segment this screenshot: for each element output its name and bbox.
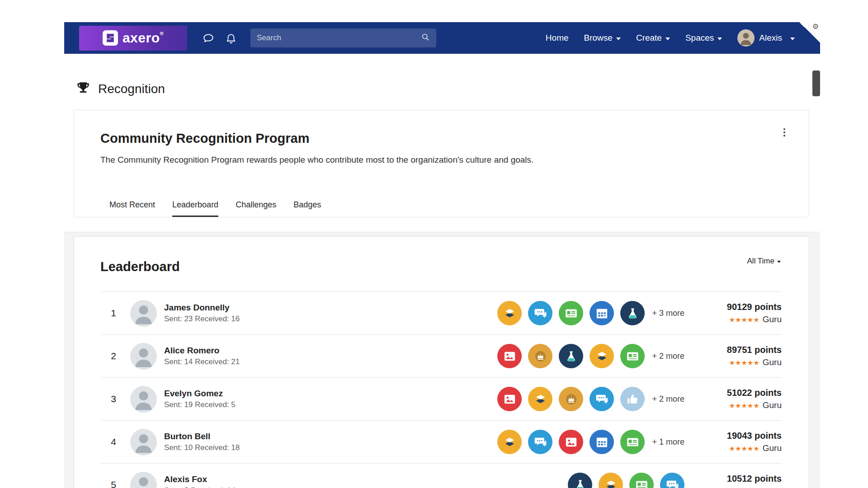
- idcard-badge-icon[interactable]: [620, 430, 645, 454]
- flask-badge-icon[interactable]: [559, 344, 583, 368]
- badge-list: [568, 473, 684, 488]
- picture-badge-icon[interactable]: [559, 430, 583, 454]
- member-stats: Sent: 23 Received: 16: [164, 314, 431, 324]
- member-avatar[interactable]: [130, 300, 157, 327]
- program-title: Community Recognition Program: [100, 130, 787, 146]
- badge-list: [497, 301, 645, 325]
- chat-badge-icon[interactable]: [528, 301, 552, 325]
- member-stats: Sent: 10 Received: 18: [164, 443, 431, 452]
- idcard-badge-icon[interactable]: [620, 344, 645, 368]
- member-avatar[interactable]: [130, 386, 157, 413]
- badge-list: [497, 344, 645, 368]
- member-avatar[interactable]: [130, 429, 157, 455]
- axero-logo[interactable]: axero®: [79, 26, 187, 51]
- thumb-badge-icon[interactable]: [620, 387, 645, 411]
- rank-number: 5: [100, 479, 127, 488]
- stars-icon: ★★★★★: [729, 359, 760, 366]
- rank-number: 1: [100, 308, 127, 319]
- layers-badge-icon[interactable]: [599, 473, 623, 488]
- badge-list: [497, 387, 645, 411]
- level-label: Guru: [763, 400, 782, 410]
- more-badges-label[interactable]: + 3 more: [652, 309, 684, 318]
- picture-badge-icon[interactable]: [497, 344, 522, 368]
- brand-text: axero®: [123, 31, 164, 45]
- member-stats: Sent: 19 Received: 5: [164, 400, 431, 409]
- gear-icon[interactable]: ⚙: [812, 22, 819, 31]
- trophy-icon: [76, 81, 90, 97]
- medal-badge-icon[interactable]: [559, 387, 583, 411]
- badge-list: [497, 430, 645, 454]
- stars-icon: ★★★★★: [729, 402, 760, 409]
- calendar-badge-icon[interactable]: [590, 301, 614, 325]
- chat-badge-icon[interactable]: [660, 473, 684, 488]
- top-navbar: axero® HomeBrowseCreateSpaces Alexis: [64, 22, 820, 54]
- tab-most-recent[interactable]: Most Recent: [109, 200, 155, 217]
- flask-badge-icon[interactable]: [568, 473, 592, 488]
- stars-icon: ★★★★★: [729, 316, 760, 323]
- chat-badge-icon[interactable]: [528, 430, 552, 454]
- idcard-badge-icon[interactable]: [629, 473, 654, 488]
- nav-item-create[interactable]: Create: [636, 33, 670, 43]
- nav-item-home[interactable]: Home: [546, 33, 569, 43]
- user-avatar: [737, 29, 755, 47]
- kebab-menu-icon[interactable]: [780, 127, 789, 137]
- chevron-down-icon: [717, 38, 722, 40]
- idcard-badge-icon[interactable]: [559, 301, 583, 325]
- member-name[interactable]: Alice Romero: [164, 346, 431, 356]
- time-filter-dropdown[interactable]: All Time: [747, 257, 781, 266]
- user-menu[interactable]: Alexis: [737, 29, 795, 47]
- bell-icon[interactable]: [225, 32, 237, 44]
- program-description: The Community Recognition Program reward…: [100, 154, 539, 166]
- chat-badge-icon[interactable]: [590, 387, 614, 411]
- magnifier-icon[interactable]: [421, 33, 430, 43]
- layers-badge-icon[interactable]: [497, 430, 522, 454]
- flask-badge-icon[interactable]: [620, 301, 645, 325]
- more-badges-label[interactable]: + 2 more: [652, 394, 684, 404]
- picture-badge-icon[interactable]: [497, 387, 522, 411]
- tab-leaderboard[interactable]: Leaderboard: [172, 200, 218, 217]
- nav-item-browse[interactable]: Browse: [584, 33, 621, 43]
- stars-icon: ★★★★★: [729, 445, 760, 452]
- chevron-down-icon: [616, 38, 621, 40]
- scrollbar-thumb[interactable]: [812, 70, 820, 96]
- member-name[interactable]: Evelyn Gomez: [164, 389, 431, 399]
- more-badges-label[interactable]: + 1 more: [652, 437, 684, 447]
- calendar-badge-icon[interactable]: [590, 430, 614, 454]
- leaderboard-row: 3 Evelyn Gomez Sent: 19 Received: 5 + 2 …: [100, 377, 782, 420]
- layers-badge-icon[interactable]: [497, 301, 522, 325]
- chat-bubble-icon[interactable]: [203, 32, 214, 44]
- points-value: 19043 points: [684, 431, 782, 441]
- points-value: 51022 points: [684, 388, 782, 398]
- points-value: 90129 points: [684, 302, 782, 312]
- page-header: Recognition: [76, 81, 820, 97]
- nav-item-spaces[interactable]: Spaces: [685, 33, 722, 43]
- more-badges-label[interactable]: + 2 more: [652, 352, 684, 361]
- leaderboard-title: Leaderboard: [100, 258, 809, 275]
- points-value: 89751 points: [684, 345, 782, 355]
- rank-number: 2: [100, 351, 127, 361]
- page-title: Recognition: [98, 82, 165, 96]
- leaderboard-row: 4 Burton Bell Sent: 10 Received: 18 + 1 …: [100, 420, 782, 463]
- level-label: Guru: [763, 443, 782, 453]
- member-avatar[interactable]: [130, 343, 157, 370]
- app-window: axero® HomeBrowseCreateSpaces Alexis: [64, 22, 820, 488]
- leaderboard-row: 2 Alice Romero Sent: 14 Received: 21 + 2…: [100, 334, 782, 377]
- leaderboard-row: 1 James Donnelly Sent: 23 Received: 16 +…: [100, 291, 782, 334]
- chevron-down-icon: [777, 261, 781, 263]
- layers-badge-icon[interactable]: [590, 344, 614, 368]
- member-name[interactable]: Burton Bell: [164, 432, 431, 441]
- level-label: Guru: [763, 357, 782, 367]
- level-label: Guru: [763, 486, 782, 488]
- member-avatar[interactable]: [130, 472, 157, 488]
- tab-badges[interactable]: Badges: [293, 200, 321, 217]
- program-card: Community Recognition Program The Commun…: [74, 110, 809, 217]
- search-input[interactable]: [257, 33, 421, 42]
- leaderboard-card: Leaderboard All Time 1 James Donnelly Se…: [74, 236, 809, 488]
- medal-badge-icon[interactable]: [528, 344, 552, 368]
- leaderboard-row: 5 Alexis Fox Sent: 5 Received: 14 10512 …: [100, 463, 782, 488]
- tab-challenges[interactable]: Challenges: [236, 200, 276, 217]
- member-name[interactable]: James Donnelly: [164, 303, 431, 313]
- layers-badge-icon[interactable]: [528, 387, 552, 411]
- search-box: [250, 28, 436, 47]
- member-name[interactable]: Alexis Fox: [164, 474, 431, 484]
